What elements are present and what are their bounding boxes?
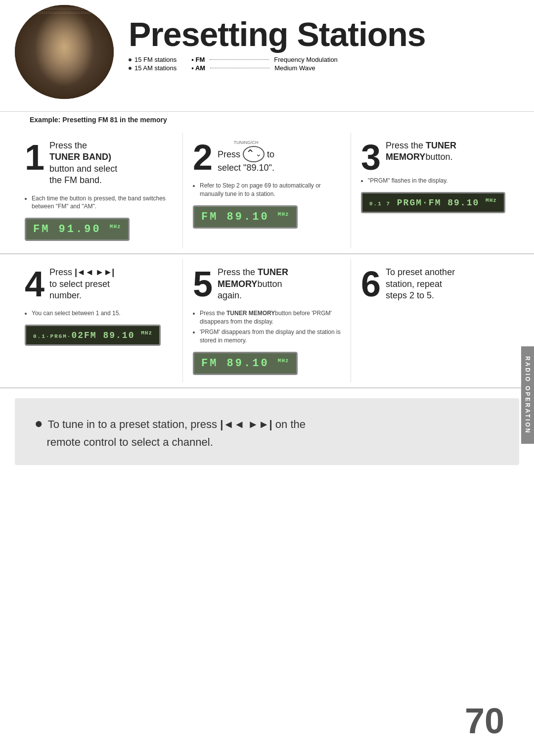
step-4-content: Press |◄◄ ►►| to select preset number.	[49, 267, 114, 305]
fm-definition: Frequency Modulation	[274, 56, 338, 63]
binary-overlay: 0101010101010101010101010101010101001010…	[15, 5, 114, 99]
step-1-content: Press the TUNER BAND) button and select …	[49, 140, 117, 190]
dot-icon	[129, 58, 132, 61]
step-4-prefix: 0.1·PRGM·	[33, 333, 71, 339]
step-2-title: Press ⌃⌄ to select "89.10".	[218, 146, 274, 174]
step-2-display: FM 89.10 MHz	[193, 205, 298, 229]
step-6-content: To preset another station, repeat steps …	[386, 267, 455, 305]
dots-line2	[210, 68, 269, 68]
am-def-item: • AM Medium Wave	[191, 64, 338, 72]
fm-def-item: • FM Frequency Modulation	[191, 56, 338, 63]
step-1-mhz: MHz	[110, 224, 121, 230]
step-4-display: 0.1·PRGM·02FM 89.10 MHz	[25, 325, 161, 346]
step-5-note-1: Press the TUNER MEMORYbutton before 'PRG…	[200, 309, 341, 326]
step-2-mhz: MHz	[278, 211, 289, 217]
dots-line	[210, 59, 269, 60]
step-2-notes: Refer to Step 2 on page 69 to automatica…	[193, 182, 341, 198]
step-1-bold: TUNER BAND)	[49, 152, 111, 162]
step-3-mhz: MHz	[486, 197, 497, 203]
dot-icon	[129, 67, 132, 70]
subtitle-col-right: • FM Frequency Modulation • AM Medium Wa…	[191, 56, 338, 72]
step-4-title: Press |◄◄ ►►| to select preset number.	[49, 267, 114, 301]
skip-icon: |◄◄ ►►|	[75, 267, 114, 277]
page-title: Presetting Stations	[129, 17, 426, 51]
step-1: 1 Press the TUNER BAND) button and selec…	[15, 133, 183, 248]
bottom-note: ● To tune in to a preset station, press …	[15, 398, 519, 465]
step-3-number: 3	[361, 142, 381, 173]
page-number: 70	[465, 701, 504, 741]
bottom-note-icon: ●	[35, 416, 43, 431]
step-6-number: 6	[361, 269, 381, 299]
step-5: 5 Press the TUNER MEMORYbutton again. Pr…	[183, 259, 351, 382]
step-1-number: 1	[25, 142, 44, 173]
step-5-title: Press the TUNER MEMORYbutton again.	[218, 267, 288, 301]
am-stations-item: 15 AM stations	[129, 64, 177, 72]
step-3-notes: "PRGM" flashes in the display.	[361, 177, 509, 185]
step-3-prgm: PRGM·	[391, 198, 429, 208]
step-2-note-1: Refer to Step 2 on page 69 to automatica…	[200, 182, 341, 198]
step-4-note-1: You can select between 1 and 15.	[32, 309, 173, 318]
step-3-ch: 0.1 7	[369, 201, 391, 207]
steps-top: 1 Press the TUNER BAND) button and selec…	[0, 128, 534, 254]
step-3-content: Press the TUNER MEMORYbutton.	[386, 140, 456, 167]
step-2-content: TUNING/CH Press ⌃⌄ to select "89.10".	[218, 140, 274, 178]
up-down-icon: ⌃⌄	[243, 146, 265, 162]
step-1-notes: Each time the button is pressed, the ban…	[25, 194, 173, 211]
header: 0101010101010101010101010101010101001010…	[0, 0, 534, 109]
step-3-note-1: "PRGM" flashes in the display.	[368, 177, 509, 185]
fm-stations-item: 15 FM stations	[129, 56, 177, 63]
fm-label: • FM	[191, 56, 205, 63]
step-5-note-2: 'PRGM' disappears from the display and t…	[200, 328, 341, 345]
step-3: 3 Press the TUNER MEMORYbutton. "PRGM" f…	[351, 133, 519, 248]
step-6: 6 To preset another station, repeat step…	[351, 259, 519, 382]
step-5-tuner: TUNER	[258, 267, 288, 277]
header-image: 0101010101010101010101010101010101001010…	[15, 5, 114, 99]
side-label: RADIO OPERATION	[521, 346, 534, 444]
step-5-memory: MEMORY	[218, 279, 257, 289]
step-2-number: 2	[193, 142, 213, 173]
step-3-tuner: TUNER	[426, 141, 456, 150]
step-4-mhz: MHz	[141, 330, 152, 336]
step-2: 2 TUNING/CH Press ⌃⌄ to select "89.10". …	[183, 133, 351, 248]
step-6-title: To preset another station, repeat steps …	[386, 267, 455, 301]
step-5-content: Press the TUNER MEMORYbutton again.	[218, 267, 288, 305]
example-heading: Example: Presetting FM 81 in the memory	[0, 111, 534, 128]
step-1-display: FM 91.90 MHz	[25, 218, 130, 241]
step-1-title: Press the TUNER BAND) button and select …	[49, 140, 117, 187]
step-4: 4 Press |◄◄ ►►| to select preset number.…	[15, 259, 183, 382]
am-label: • AM	[191, 64, 205, 72]
step-5-mhz: MHz	[278, 357, 289, 363]
subtitle-col-left: 15 FM stations 15 AM stations	[129, 56, 177, 72]
steps-bottom: 4 Press |◄◄ ►►| to select preset number.…	[0, 254, 534, 388]
step-5-number: 5	[193, 269, 213, 299]
step-4-number: 4	[25, 269, 44, 299]
step-3-title: Press the TUNER MEMORYbutton.	[386, 140, 456, 163]
step-3-memory: MEMORY	[386, 152, 425, 162]
step-4-notes: You can select between 1 and 15.	[25, 309, 173, 318]
example-heading-text: Example: Presetting FM 81 in the memory	[30, 116, 167, 124]
step-5-display: FM 89.10 MHz	[193, 352, 298, 375]
am-stations-label: 15 AM stations	[134, 64, 177, 72]
title-area: Presetting Stations 15 FM stations 15 AM…	[129, 10, 426, 72]
am-definition: Medium Wave	[274, 64, 315, 72]
step-3-display: 0.1 7 PRGM·FM 89.10 MHz	[361, 192, 505, 213]
fm-stations-label: 15 FM stations	[134, 56, 177, 63]
bottom-note-text: To tune in to a preset station, press |◄…	[35, 418, 306, 448]
step-1-note-1: Each time the button is pressed, the ban…	[32, 194, 173, 211]
page: 0101010101010101010101010101010101001010…	[0, 0, 534, 756]
step-5-notes: Press the TUNER MEMORYbutton before 'PRG…	[193, 309, 341, 344]
tuning-label: TUNING/CH	[218, 140, 274, 145]
